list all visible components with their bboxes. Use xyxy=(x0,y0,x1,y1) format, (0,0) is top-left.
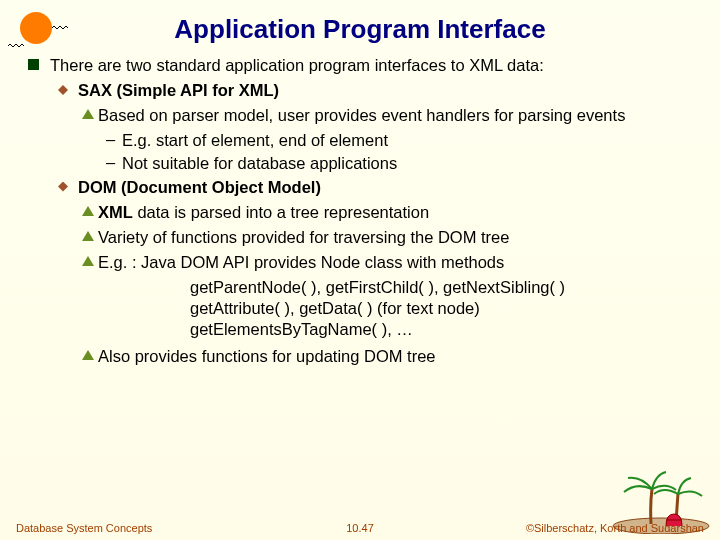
footer-page-number: 10.47 xyxy=(346,522,374,534)
dom-d1-rest: data is parsed into a tree representatio… xyxy=(133,203,429,221)
bullet-dom-d3b: getAttribute( ), getData( ) (for text no… xyxy=(190,298,684,319)
slide-content: There are two standard application progr… xyxy=(0,55,720,367)
bullet-intro: There are two standard application progr… xyxy=(50,55,684,76)
bullet-dom-d1: XML data is parsed into a tree represent… xyxy=(98,202,684,223)
bullet-dom-d4: Also provides functions for updating DOM… xyxy=(98,346,684,367)
bullet-sax-sub1: E.g. start of element, end of element xyxy=(122,130,684,151)
bold-xml: XML xyxy=(98,203,133,221)
bullet-sax-sub2: Not suitable for database applications xyxy=(122,153,684,174)
sun-bird-decoration: 〰 〰 xyxy=(8,8,68,58)
bullet-dom-d3a: getParentNode( ), getFirstChild( ), getN… xyxy=(190,277,684,298)
footer-copyright: ©Silberschatz, Korth and Sudarshan xyxy=(526,522,704,534)
bullet-sax-heading: SAX (Simple API for XML) xyxy=(78,80,684,101)
slide-title: Application Program Interface xyxy=(0,0,720,55)
bullet-dom-d2: Variety of functions provided for traver… xyxy=(98,227,684,248)
bullet-dom-d3c: getElementsByTagName( ), … xyxy=(190,319,684,340)
slide-footer: Database System Concepts 10.47 ©Silbersc… xyxy=(0,522,720,534)
bullet-dom-heading: DOM (Document Object Model) xyxy=(78,177,684,198)
footer-left: Database System Concepts xyxy=(16,522,152,534)
bullet-sax-detail: Based on parser model, user provides eve… xyxy=(98,105,684,126)
bullet-dom-d3: E.g. : Java DOM API provides Node class … xyxy=(98,252,684,273)
